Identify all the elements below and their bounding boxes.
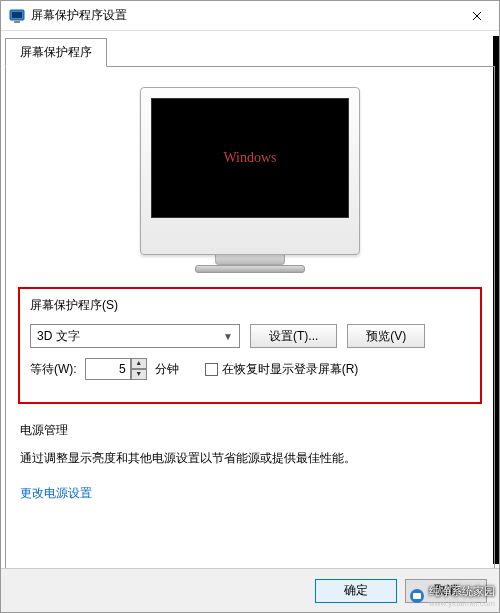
chevron-down-icon: ▼: [223, 331, 233, 342]
svg-rect-1: [12, 12, 22, 18]
tab-panel: Windows 屏幕保护程序(S) 3D 文字 ▼ 设置: [5, 66, 495, 574]
power-link[interactable]: 更改电源设置: [20, 486, 92, 500]
close-button[interactable]: [454, 1, 499, 30]
spinner-down[interactable]: ▼: [131, 369, 147, 380]
power-group: 电源管理 通过调整显示亮度和其他电源设置以节省能源或提供最佳性能。 更改电源设置: [18, 418, 482, 506]
monitor-preview: Windows: [140, 87, 360, 273]
watermark-icon: [409, 588, 425, 604]
ok-button[interactable]: 确定: [315, 579, 397, 603]
window-title: 屏幕保护程序设置: [31, 7, 454, 24]
watermark: 纯净系统家园 www.yidaimei.com: [409, 584, 495, 608]
preview-text: Windows: [223, 150, 276, 166]
watermark-text: 纯净系统家园: [429, 584, 495, 599]
dropdown-value: 3D 文字: [37, 328, 80, 345]
content-area: 屏幕保护程序 Windows 屏幕保护程序(S): [1, 31, 499, 574]
tab-strip: 屏幕保护程序: [5, 37, 495, 66]
resume-checkbox[interactable]: [205, 363, 218, 376]
spinner-up[interactable]: ▲: [131, 358, 147, 369]
preview-screen: Windows: [151, 98, 349, 218]
preview-wrap: Windows: [18, 81, 482, 287]
settings-button[interactable]: 设置(T)...: [250, 324, 337, 348]
titlebar-controls: [454, 1, 499, 30]
tab-screensaver[interactable]: 屏幕保护程序: [5, 38, 107, 67]
power-title: 电源管理: [20, 422, 480, 439]
svg-rect-4: [413, 593, 421, 599]
screensaver-dropdown[interactable]: 3D 文字 ▼: [30, 324, 240, 348]
wait-unit: 分钟: [155, 361, 179, 378]
preview-button[interactable]: 预览(V): [347, 324, 425, 348]
screensaver-group: 屏幕保护程序(S) 3D 文字 ▼ 设置(T)... 预览(V) 等待(W):: [18, 287, 482, 404]
wait-label: 等待(W):: [30, 361, 77, 378]
titlebar: 屏幕保护程序设置: [1, 1, 499, 31]
app-icon: [9, 8, 25, 24]
svg-rect-2: [14, 21, 20, 23]
resume-checkbox-label[interactable]: 在恢复时显示登录屏幕(R): [205, 361, 359, 378]
power-desc: 通过调整显示亮度和其他电源设置以节省能源或提供最佳性能。: [20, 449, 480, 467]
group-label: 屏幕保护程序(S): [30, 297, 470, 314]
watermark-url: www.yidaimei.com: [429, 599, 495, 608]
tab-container: 屏幕保护程序 Windows 屏幕保护程序(S): [5, 37, 495, 574]
settings-dialog: 屏幕保护程序设置 屏幕保护程序 Windows: [0, 0, 500, 613]
wait-input[interactable]: [85, 358, 131, 380]
wait-spinner[interactable]: ▲ ▼: [85, 358, 147, 380]
resume-label-text: 在恢复时显示登录屏幕(R): [222, 361, 359, 378]
